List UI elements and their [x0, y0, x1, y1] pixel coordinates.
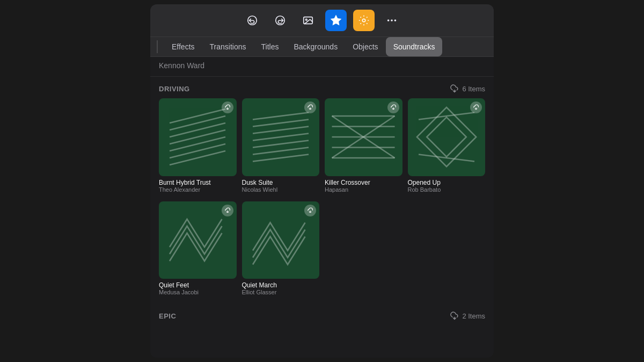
- track-thumb-2: [242, 98, 320, 176]
- svg-point-6: [391, 19, 393, 21]
- track-killer-crossover[interactable]: Killer Crossover Hapasan: [325, 98, 402, 193]
- tab-soundtracks[interactable]: Soundtracks: [386, 37, 443, 56]
- epic-meta: 2 Items: [450, 312, 485, 320]
- driving-meta: 6 Items: [450, 84, 485, 93]
- epic-title: EPIC: [159, 312, 176, 320]
- tab-effects[interactable]: Effects: [164, 37, 202, 56]
- svg-line-13: [170, 144, 225, 158]
- track-thumb-3: [325, 98, 402, 176]
- content-area: Kennon Ward DRIVING 6 Items: [150, 57, 494, 358]
- epic-section-header: EPIC 2 Items: [150, 304, 494, 325]
- media-button[interactable]: [297, 10, 319, 31]
- more-button[interactable]: [381, 10, 402, 31]
- epic-item-count: 2 Items: [462, 312, 485, 320]
- svg-point-7: [394, 19, 397, 21]
- track-quiet-feet[interactable]: Quiet Feet Medusa Jacobi: [159, 201, 237, 296]
- track-title-5: Quiet Feet: [159, 281, 237, 289]
- svg-line-9: [170, 116, 225, 130]
- download-badge-4: [470, 102, 482, 113]
- track-title-2: Dusk Suite: [242, 179, 320, 186]
- driving-item-count: 6 Items: [462, 85, 485, 93]
- track-thumb-6: [242, 201, 320, 279]
- driving-section-header: DRIVING 6 Items: [150, 77, 494, 98]
- driving-tracks-row1: Burnt Hybrid Trust Theo Alexander: [150, 98, 494, 201]
- track-quiet-march[interactable]: Quiet March Elliot Glasser: [242, 201, 320, 296]
- track-dusk-suite[interactable]: Dusk Suite Nicolas Wiehl: [242, 98, 320, 193]
- svg-line-16: [253, 120, 309, 127]
- effects-button[interactable]: [353, 10, 375, 31]
- toolbar: [150, 4, 494, 37]
- empty-cell-2: [408, 201, 486, 296]
- svg-point-5: [387, 19, 390, 21]
- svg-line-18: [253, 134, 309, 141]
- tab-nav: Effects Transitions Titles Backgrounds O…: [150, 37, 494, 57]
- track-title-6: Quiet March: [242, 281, 320, 289]
- track-thumb-5: [159, 201, 237, 279]
- download-badge-6: [304, 205, 316, 216]
- track-burnt-hybrid-trust[interactable]: Burnt Hybrid Trust Theo Alexander: [159, 98, 237, 193]
- cloud-download-icon: [450, 84, 459, 93]
- app-window: Effects Transitions Titles Backgrounds O…: [150, 4, 494, 358]
- svg-line-8: [170, 109, 225, 123]
- svg-line-21: [253, 155, 309, 162]
- driving-tracks-row2: Quiet Feet Medusa Jacobi: [150, 201, 494, 305]
- svg-line-17: [253, 127, 309, 134]
- svg-line-31: [419, 113, 474, 120]
- svg-point-3: [305, 19, 307, 20]
- track-title-1: Burnt Hybrid Trust: [159, 179, 237, 186]
- svg-line-32: [419, 155, 474, 162]
- artist-above: Kennon Ward: [150, 57, 494, 77]
- track-thumb-4: [408, 98, 486, 176]
- tab-titles[interactable]: Titles: [254, 37, 287, 56]
- svg-line-12: [170, 137, 225, 151]
- redo-button[interactable]: [269, 10, 291, 31]
- driving-title: DRIVING: [159, 85, 190, 93]
- svg-line-11: [170, 130, 225, 144]
- svg-line-19: [253, 141, 309, 148]
- svg-line-10: [170, 123, 225, 137]
- tab-divider: [157, 40, 158, 53]
- svg-line-20: [253, 148, 309, 155]
- track-artist-2: Nicolas Wiehl: [242, 186, 320, 193]
- empty-cell-1: [325, 201, 402, 296]
- tab-objects[interactable]: Objects: [345, 37, 385, 56]
- svg-rect-29: [427, 117, 466, 157]
- download-badge-2: [304, 102, 316, 113]
- svg-point-4: [362, 19, 365, 22]
- svg-line-15: [253, 113, 309, 120]
- track-artist-3: Hapasan: [325, 186, 402, 193]
- favorites-button[interactable]: [325, 10, 347, 31]
- track-title-3: Killer Crossover: [325, 179, 402, 186]
- track-thumb-1: [159, 98, 237, 176]
- track-artist-1: Theo Alexander: [159, 186, 237, 193]
- tab-transitions[interactable]: Transitions: [202, 37, 254, 56]
- track-artist-5: Medusa Jacobi: [159, 289, 237, 295]
- download-badge-3: [387, 102, 399, 113]
- tab-backgrounds[interactable]: Backgrounds: [286, 37, 345, 56]
- track-artist-6: Elliot Glasser: [242, 289, 320, 295]
- svg-line-14: [170, 151, 225, 165]
- undo-button[interactable]: [241, 10, 263, 31]
- track-artist-4: Rob Barbato: [408, 186, 486, 193]
- cloud-download-icon-epic: [450, 312, 459, 320]
- download-badge-5: [222, 205, 233, 216]
- download-badge-1: [222, 102, 233, 113]
- track-title-4: Opened Up: [408, 179, 486, 186]
- track-opened-up[interactable]: Opened Up Rob Barbato: [408, 98, 486, 193]
